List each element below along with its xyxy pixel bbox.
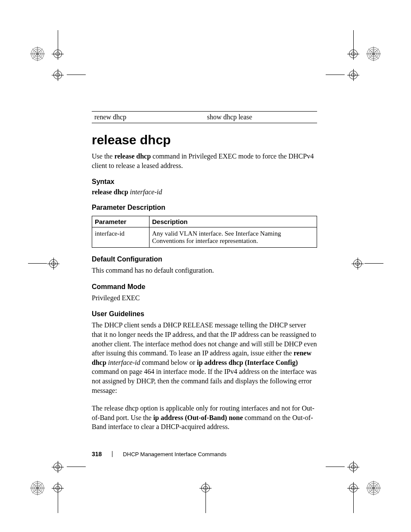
- crop-line-icon: [353, 494, 354, 513]
- syntax-cmd: release dhcp: [92, 188, 128, 196]
- defaultcfg-text: This command has no default configuratio…: [92, 266, 317, 275]
- register-mark-icon: [347, 461, 359, 473]
- page-number: 318: [92, 451, 102, 457]
- g1a: The DHCP client sends a DHCP RELEASE mes…: [92, 321, 317, 357]
- register-mark-icon: [47, 258, 59, 270]
- page: renew dhcp show dhcp lease release dhcp …: [0, 0, 411, 532]
- guidelines-p1: The DHCP client sends a DHCP RELEASE mes…: [92, 320, 317, 395]
- register-mark-icon: [52, 69, 64, 81]
- g1g: command on page 464 in interface mode. I…: [92, 368, 317, 394]
- g1d: interface-id: [108, 359, 140, 366]
- guidelines-p2: The release dhcp option is applicable on…: [92, 404, 317, 432]
- crop-line-icon: [58, 30, 58, 49]
- xref-left: renew dhcp: [92, 112, 205, 123]
- intro-bold: release dhcp: [114, 152, 151, 160]
- register-mark-icon: [52, 482, 64, 494]
- register-mark-icon: [347, 48, 359, 60]
- intro-paragraph: Use the release dhcp command in Privileg…: [92, 152, 317, 170]
- footer-divider-icon: [112, 451, 112, 457]
- xref-right: show dhcp lease: [205, 112, 318, 123]
- rosette-icon: [366, 481, 381, 495]
- crop-line-icon: [58, 494, 58, 513]
- crop-line-icon: [364, 263, 383, 264]
- g1e: command below or: [140, 359, 197, 366]
- content-column: renew dhcp show dhcp lease release dhcp …: [92, 111, 317, 440]
- mode-text: Privileged EXEC: [92, 293, 317, 303]
- param-name: interface-id: [92, 227, 149, 248]
- g2b: ip address (Out-of-Band) none: [153, 414, 243, 421]
- param-th-1: Parameter: [92, 216, 149, 227]
- rosette-icon: [30, 481, 45, 495]
- crop-line-icon: [28, 263, 47, 264]
- param-table: Parameter Description interface-id Any v…: [92, 216, 317, 248]
- intro-pre: Use the: [92, 152, 114, 160]
- cross-ref-table: renew dhcp show dhcp lease: [92, 111, 317, 123]
- g1f: ip address dhcp (Interface Config): [197, 359, 298, 366]
- register-mark-icon: [352, 258, 364, 270]
- rosette-icon: [30, 47, 45, 61]
- page-title: release dhcp: [92, 133, 317, 147]
- param-desc: Any valid VLAN interface. See Interface …: [149, 227, 317, 248]
- register-mark-icon: [52, 461, 64, 473]
- defaultcfg-heading: Default Configuration: [92, 255, 317, 263]
- crop-line-icon: [326, 75, 345, 75]
- guidelines-heading: User Guidelines: [92, 310, 317, 318]
- register-mark-icon: [347, 69, 359, 81]
- crop-line-icon: [206, 494, 206, 513]
- page-footer: 318 DHCP Management Interface Commands: [92, 451, 227, 457]
- crop-line-icon: [326, 467, 345, 467]
- footer-text: DHCP Management Interface Commands: [123, 451, 226, 457]
- mode-heading: Command Mode: [92, 283, 317, 291]
- crop-line-icon: [353, 30, 354, 49]
- table-row: interface-id Any valid VLAN interface. S…: [92, 227, 317, 248]
- register-mark-icon: [52, 48, 64, 60]
- crop-line-icon: [67, 467, 86, 467]
- register-mark-icon: [199, 482, 212, 494]
- syntax-line: release dhcp interface-id: [92, 188, 317, 196]
- syntax-arg: interface-id: [130, 188, 162, 196]
- crop-line-icon: [67, 75, 86, 75]
- param-heading: Parameter Description: [92, 204, 317, 212]
- register-mark-icon: [347, 482, 359, 494]
- rosette-icon: [366, 47, 381, 61]
- param-th-2: Description: [149, 216, 317, 227]
- syntax-heading: Syntax: [92, 178, 317, 186]
